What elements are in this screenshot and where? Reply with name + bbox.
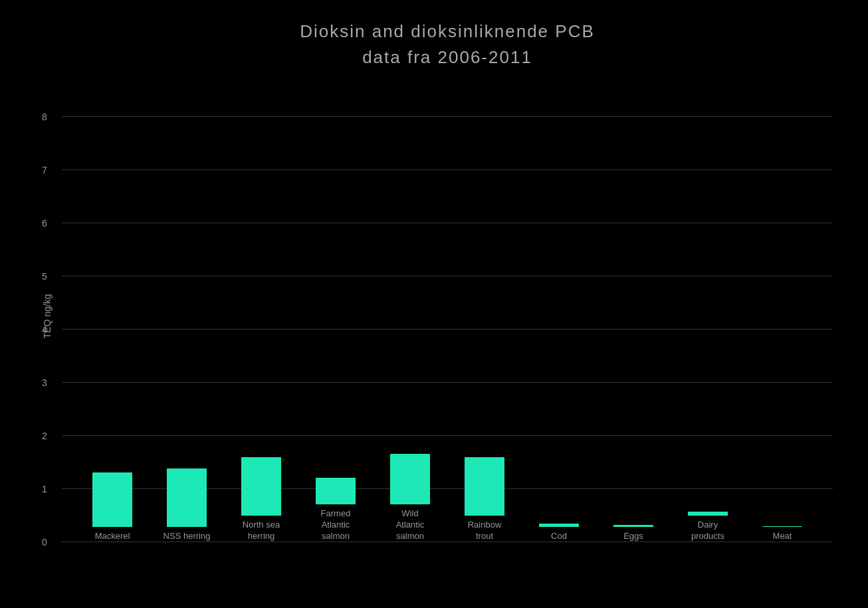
chart-title-line2: data fra 2006-2011 bbox=[62, 45, 833, 70]
bar-group: Dairyproducts bbox=[671, 512, 745, 542]
bar-wild-atlantic-salmon bbox=[390, 454, 430, 504]
bar-label: Cod bbox=[551, 531, 567, 542]
bar-label: Eggs bbox=[623, 531, 643, 542]
y-tick-label: 1 bbox=[42, 484, 47, 494]
bar-group: FarmedAtlanticsalmon bbox=[298, 478, 373, 542]
y-tick-label: 6 bbox=[42, 218, 47, 229]
bar-meat bbox=[762, 526, 802, 527]
bar-dairy-products bbox=[688, 512, 728, 516]
bar-group: Cod bbox=[522, 524, 596, 542]
bar-group: Rainbowtrout bbox=[447, 457, 522, 542]
y-tick-label: 4 bbox=[42, 324, 47, 335]
chart-area: TEQ ng/kg 876543210 MackerelNSS herringN… bbox=[62, 90, 833, 542]
bar-nss-herring bbox=[167, 468, 207, 527]
bar-mackerel bbox=[92, 472, 132, 527]
bar-group: WildAtlanticsalmon bbox=[373, 454, 447, 542]
bar-group: Meat bbox=[745, 526, 819, 542]
bar-label: Meat bbox=[773, 531, 792, 542]
bars-wrapper: MackerelNSS herringNorth seaherringFarme… bbox=[62, 90, 833, 542]
y-tick-label: 2 bbox=[42, 431, 47, 441]
bar-label: North seaherring bbox=[243, 520, 280, 542]
y-tick-label: 7 bbox=[42, 165, 47, 175]
y-tick-label: 8 bbox=[42, 112, 47, 122]
bar-group: Eggs bbox=[596, 525, 671, 542]
bar-label: Mackerel bbox=[95, 531, 130, 542]
chart-title: Dioksin and dioksinliknende PCB data fra… bbox=[62, 19, 833, 70]
bar-eggs bbox=[613, 525, 653, 526]
y-tick-label: 5 bbox=[42, 271, 47, 282]
bar-farmed-atlantic-salmon bbox=[316, 478, 356, 504]
y-tick-label: 3 bbox=[42, 377, 47, 388]
bar-group: Mackerel bbox=[75, 472, 150, 542]
y-tick-label: 0 bbox=[42, 537, 47, 548]
bar-label: Dairyproducts bbox=[691, 520, 724, 542]
bar-label: NSS herring bbox=[163, 531, 211, 542]
bar-rainbow-trout bbox=[465, 457, 504, 516]
chart-title-line1: Dioksin and dioksinliknende PCB bbox=[62, 19, 833, 45]
bar-cod bbox=[539, 524, 579, 527]
chart-container: Dioksin and dioksinliknende PCB data fra… bbox=[9, 5, 859, 603]
bar-label: FarmedAtlanticsalmon bbox=[321, 508, 351, 542]
bar-group: NSS herring bbox=[150, 468, 224, 542]
bar-label: WildAtlanticsalmon bbox=[396, 508, 425, 542]
bar-group: North seaherring bbox=[224, 457, 298, 542]
bar-north-sea-herring bbox=[241, 457, 281, 516]
bar-label: Rainbowtrout bbox=[468, 520, 502, 542]
